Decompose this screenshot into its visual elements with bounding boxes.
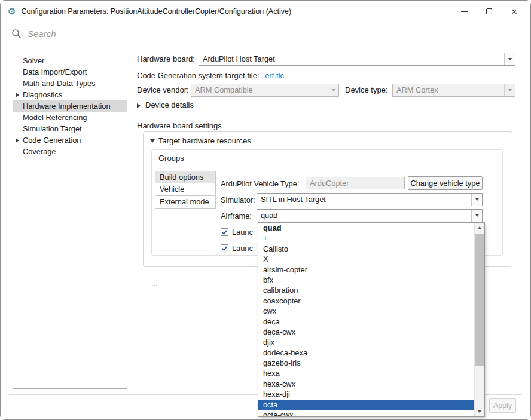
simulator-value: SITL in Host Target	[261, 194, 326, 206]
sidebar-item-diagnostics[interactable]: Diagnostics	[13, 89, 127, 100]
chevron-down-icon[interactable]	[471, 194, 482, 206]
dropdown-option[interactable]: airsim-copter	[258, 265, 474, 275]
dropdown-option[interactable]: octa-cwx	[258, 410, 474, 416]
group-item-label: External mode	[160, 197, 209, 206]
simulator-select[interactable]: SITL in Host Target	[257, 193, 483, 206]
device-details-expand-icon[interactable]	[137, 103, 141, 108]
dropdown-option[interactable]: gazebo-iris	[258, 358, 474, 368]
scroll-up-icon	[478, 226, 481, 229]
target-file-label: Code Generation system target file:	[137, 71, 260, 80]
airframe-value: quad	[261, 210, 277, 222]
sidebar-item-model-referencing[interactable]: Model Referencing	[13, 112, 127, 123]
resources-collapse-icon[interactable]	[150, 139, 155, 143]
sidebar-item-code-generation[interactable]: Code Generation	[13, 134, 127, 146]
sidebar-item-label: Diagnostics	[23, 90, 62, 99]
dropdown-option[interactable]: coaxcopter	[258, 296, 474, 306]
device-details-label[interactable]: Device details	[145, 100, 194, 109]
sidebar-item-math-and-data-types[interactable]: Math and Data Types	[13, 78, 127, 89]
dropdown-option[interactable]: deca-cwx	[258, 327, 474, 337]
device-type-value: ARM Cortex	[396, 84, 438, 96]
title-bar: ⚙ Configuration Parameters: PositionAtti…	[1, 1, 530, 22]
group-item-label: Build options	[160, 173, 203, 182]
search-bar	[1, 23, 530, 45]
expand-arrow-icon[interactable]	[16, 93, 19, 97]
dropdown-option[interactable]: quad	[258, 223, 474, 233]
dropdown-option[interactable]: cwx	[258, 306, 474, 316]
scrollbar-thumb[interactable]	[475, 234, 484, 366]
scroll-down-button[interactable]	[475, 407, 484, 416]
search-icon	[11, 29, 22, 39]
sidebar-item-label: Model Referencing	[23, 113, 87, 122]
change-vehicle-type-button[interactable]: Change vehicle type	[408, 176, 483, 190]
dropdown-scrollbar[interactable]	[474, 223, 484, 416]
group-item-external-mode[interactable]: External mode	[155, 196, 216, 209]
dropdown-option[interactable]: djix	[258, 337, 474, 347]
checkbox-checked-icon[interactable]	[221, 244, 228, 252]
chevron-down-icon[interactable]	[471, 210, 482, 222]
ellipsis-text: ...	[151, 279, 158, 288]
window-controls: ×	[451, 1, 527, 22]
scroll-up-button[interactable]	[475, 223, 484, 232]
sidebar-item-label: Hardware Implementation	[23, 102, 111, 111]
dropdown-option[interactable]: deca	[258, 317, 474, 327]
dropdown-option[interactable]: bfx	[258, 275, 474, 285]
launch-checkbox-1[interactable]: Launc	[221, 228, 253, 237]
hardware-board-label: Hardware board:	[137, 54, 195, 63]
sidebar-item-simulation-target[interactable]: Simulation Target	[13, 123, 127, 134]
configuration-parameters-window: ⚙ Configuration Parameters: PositionAtti…	[0, 0, 531, 420]
dropdown-option[interactable]: calibration	[258, 285, 474, 295]
group-item-vehicle[interactable]: Vehicle	[155, 183, 216, 196]
expand-arrow-icon[interactable]	[16, 138, 19, 143]
dropdown-option[interactable]: Callisto	[258, 244, 474, 254]
chevron-down-icon[interactable]	[504, 53, 515, 65]
close-icon: ×	[511, 7, 517, 17]
dropdown-option[interactable]: hexa-dji	[258, 389, 474, 399]
sidebar-item-label: Simulation Target	[23, 124, 82, 133]
dropdown-options: quad + Callisto X airsim-copter bfx cali…	[258, 223, 474, 416]
window-title: Configuration Parameters: PositionAttitu…	[21, 7, 291, 16]
vehicle-type-label: ArduPilot Vehicle Type:	[221, 179, 299, 188]
dropdown-option[interactable]: X	[258, 254, 474, 264]
simulator-label: Simulator:	[221, 195, 255, 204]
device-vendor-value: ARM Compatible	[195, 84, 253, 96]
sidebar-item-hardware-implementation[interactable]: Hardware Implementation	[13, 100, 127, 112]
groups-list: Build options Vehicle External mode	[155, 171, 216, 209]
target-file-link[interactable]: ert.tlc	[265, 71, 284, 80]
close-button[interactable]: ×	[502, 1, 527, 22]
sidebar-item-solver[interactable]: Solver	[13, 55, 127, 66]
hardware-board-select[interactable]: ArduPilot Host Target	[199, 53, 515, 66]
sidebar-item-label: Code Generation	[23, 136, 81, 145]
dropdown-option[interactable]: hexa-cwx	[258, 379, 474, 389]
vehicle-type-field: ArduCopter	[306, 177, 405, 189]
scroll-down-icon	[478, 410, 481, 413]
dropdown-option-highlighted[interactable]: octa	[258, 400, 474, 410]
minimize-button[interactable]	[451, 1, 477, 22]
dropdown-option[interactable]: +	[258, 233, 474, 243]
sidebar-item-label: Coverage	[23, 147, 56, 156]
dropdown-option[interactable]: hexa	[258, 368, 474, 378]
checkbox-checked-icon[interactable]	[221, 228, 228, 236]
sidebar-item-data-import-export[interactable]: Data Import/Export	[13, 66, 127, 78]
search-input[interactable]	[28, 29, 386, 39]
dropdown-option[interactable]: dodeca-hexa	[258, 348, 474, 358]
chevron-down-icon	[328, 84, 338, 96]
minimize-icon	[461, 11, 468, 12]
launch-checkbox-2[interactable]: Launc	[221, 244, 253, 253]
device-vendor-label: Device vendor:	[137, 85, 189, 94]
apply-button[interactable]: Apply	[489, 398, 516, 413]
gear-app-icon: ⚙	[8, 7, 16, 16]
sidebar-item-label: Math and Data Types	[23, 79, 95, 88]
group-item-build-options[interactable]: Build options	[155, 171, 216, 183]
airframe-select[interactable]: quad	[257, 209, 483, 222]
target-hardware-resources-label[interactable]: Target hardware resources	[158, 136, 251, 145]
group-item-label: Vehicle	[160, 185, 184, 194]
hardware-board-value: ArduPilot Host Target	[203, 53, 275, 65]
sidebar-item-label: Data Import/Export	[23, 68, 87, 76]
device-type-select: ARM Cortex	[392, 84, 515, 97]
device-type-label: Device type:	[345, 85, 388, 94]
sidebar-item-coverage[interactable]: Coverage	[13, 146, 127, 157]
maximize-button[interactable]	[477, 1, 502, 22]
groups-label: Groups	[158, 154, 184, 163]
target-file-row: Code Generation system target file: ert.…	[137, 71, 284, 80]
device-vendor-select: ARM Compatible	[191, 84, 339, 97]
